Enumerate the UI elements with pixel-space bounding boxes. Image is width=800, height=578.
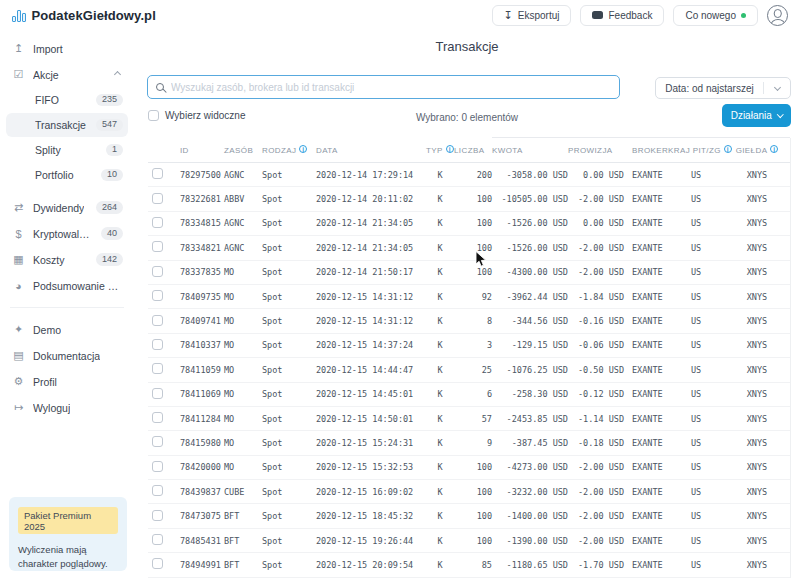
info-icon[interactable]: i	[446, 145, 454, 153]
cell-prowizja: -2.00 USD	[568, 194, 624, 204]
row-checkbox[interactable]	[152, 412, 163, 423]
cell-rodzaj: Spot	[262, 462, 314, 472]
column-header-id[interactable]: ID	[178, 146, 224, 155]
row-checkbox[interactable]	[152, 485, 163, 496]
search-icon	[156, 83, 164, 91]
cell-kwota: -387.45 USD	[492, 438, 568, 448]
cell-kwota: -1526.00 USD	[492, 243, 568, 253]
sidebar-item-podsumowanie-pit-38[interactable]: ◕Podsumowanie PIT-38	[6, 273, 128, 298]
user-avatar[interactable]	[767, 5, 788, 26]
cell-kraj-pit-zg: US	[668, 194, 724, 204]
cell-zas-b: BFT	[224, 560, 262, 570]
column-header-kraj-pit-zg[interactable]: KRAJ PIT/ZGi	[668, 145, 724, 155]
transactions-table: IDZASÓBRODZAJiDATATYPiLICZBAKWOTAPROWIZJ…	[148, 138, 790, 578]
export-button[interactable]: ↧ Eksportuj	[492, 5, 572, 26]
cell-data: 2020-12-15 19:26:44	[314, 536, 426, 546]
row-checkbox[interactable]	[152, 388, 163, 399]
cell-kraj-pit-zg: US	[668, 292, 724, 302]
row-checkbox[interactable]	[152, 339, 163, 350]
info-icon[interactable]: i	[770, 145, 778, 153]
row-checkbox-cell	[148, 436, 178, 449]
column-header-data[interactable]: DATA	[314, 146, 426, 155]
cell-rodzaj: Spot	[262, 487, 314, 497]
chevron-down-icon	[764, 87, 790, 90]
column-header-prowizja[interactable]: PROWIZJA	[568, 146, 624, 155]
sidebar-item-akcje[interactable]: ☑Akcje	[6, 62, 128, 87]
row-checkbox[interactable]	[152, 266, 163, 277]
cell-kwota: -1390.00 USD	[492, 536, 568, 546]
sidebar-item-label: Koszty	[33, 254, 65, 266]
sidebar-item-koszty[interactable]: ▦Koszty142	[6, 247, 128, 272]
cell-liczba: 6	[454, 389, 492, 399]
row-checkbox[interactable]	[152, 510, 163, 521]
logout-icon: ↦	[12, 401, 25, 414]
cell-typ: K	[426, 340, 454, 350]
row-checkbox[interactable]	[152, 241, 163, 252]
sort-dropdown[interactable]: Data: od najstarszej	[655, 77, 791, 99]
row-checkbox[interactable]	[152, 534, 163, 545]
cell-zas-b: MO	[224, 365, 262, 375]
column-header-broker[interactable]: BROKER	[624, 146, 668, 155]
cell-kraj-pit-zg: US	[668, 462, 724, 472]
info-icon[interactable]: i	[299, 145, 307, 153]
sidebar-item-dokumentacja[interactable]: ▤Dokumentacja	[6, 343, 128, 368]
sidebar-item-dywidendy[interactable]: ⇄Dywidendy264	[6, 195, 128, 220]
sidebar-item-splity[interactable]: Splity1	[6, 138, 128, 162]
row-checkbox[interactable]	[152, 193, 163, 204]
column-header-zas-b[interactable]: ZASÓB	[224, 146, 262, 155]
costs-icon: ▦	[12, 253, 25, 266]
cell-broker: EXANTE	[624, 487, 668, 497]
sidebar-nav: ↥Import☑AkcjeFIFO235Transakcje547Splity1…	[0, 36, 134, 420]
table-row: 78494991BFTSpot2020-12-15 20:09:54K85-11…	[148, 553, 790, 577]
column-header-rodzaj[interactable]: RODZAJi	[262, 145, 314, 155]
cell-gie-da: XNYS	[724, 218, 790, 228]
cell-zas-b: MO	[224, 462, 262, 472]
column-header-label: LICZBA	[454, 146, 484, 155]
app-logo[interactable]: PodatekGiełdowy.pl	[12, 8, 156, 23]
sidebar-item-fifo[interactable]: FIFO235	[6, 88, 128, 112]
row-checkbox[interactable]	[152, 217, 163, 228]
cell-id: 78439837	[178, 487, 224, 497]
cell-data: 2020-12-14 21:50:17	[314, 267, 426, 277]
column-header-kwota[interactable]: KWOTA	[492, 146, 568, 155]
actions-button[interactable]: Działania	[722, 104, 791, 127]
row-checkbox[interactable]	[152, 315, 163, 326]
cell-prowizja: -2.00 USD	[568, 243, 624, 253]
row-checkbox[interactable]	[152, 168, 163, 179]
cell-rodzaj: Spot	[262, 170, 314, 180]
cell-data: 2020-12-14 21:34:05	[314, 243, 426, 253]
sidebar-item-wyloguj[interactable]: ↦Wyloguj	[6, 395, 128, 420]
feedback-button[interactable]: Feedback	[580, 5, 664, 26]
row-checkbox[interactable]	[152, 558, 163, 569]
upload-icon: ↥	[12, 42, 25, 55]
row-checkbox[interactable]	[152, 290, 163, 301]
column-header-typ[interactable]: TYPi	[426, 145, 454, 155]
column-header-gie-da[interactable]: GIEŁDAi	[724, 145, 790, 155]
sidebar-item-import[interactable]: ↥Import	[6, 36, 128, 61]
cell-kwota: -3058.00 USD	[492, 170, 568, 180]
sidebar-item-portfolio[interactable]: Portfolio10	[6, 163, 128, 187]
whats-new-button[interactable]: Co nowego	[673, 5, 758, 26]
sidebar-item-demo[interactable]: ✦Demo	[6, 317, 128, 342]
cell-zas-b: MO	[224, 316, 262, 326]
sidebar-item-label: Profil	[33, 376, 57, 388]
cell-id: 78420000	[178, 462, 224, 472]
sidebar-item-kryptowaluty[interactable]: $Kryptowaluty40	[6, 221, 128, 246]
search-input[interactable]	[171, 82, 611, 93]
column-header-label: BROKER	[632, 146, 668, 155]
column-header-liczba[interactable]: LICZBA	[454, 146, 492, 155]
column-header-label: ID	[180, 146, 189, 155]
table-row: 78334821AGNCSpot2020-12-14 21:34:05K100-…	[148, 236, 790, 260]
row-checkbox[interactable]	[152, 363, 163, 374]
cell-rodzaj: Spot	[262, 292, 314, 302]
cell-liczba: 57	[454, 414, 492, 424]
row-checkbox[interactable]	[152, 436, 163, 447]
row-checkbox-cell	[148, 290, 178, 303]
feedback-label: Feedback	[608, 10, 652, 21]
cell-id: 78411069	[178, 389, 224, 399]
sidebar-item-label: Portfolio	[35, 169, 74, 181]
row-checkbox[interactable]	[152, 461, 163, 472]
sidebar-item-profil[interactable]: ⚙Profil	[6, 369, 128, 394]
sidebar-item-transakcje[interactable]: Transakcje547	[6, 113, 128, 137]
cell-zas-b: MO	[224, 267, 262, 277]
